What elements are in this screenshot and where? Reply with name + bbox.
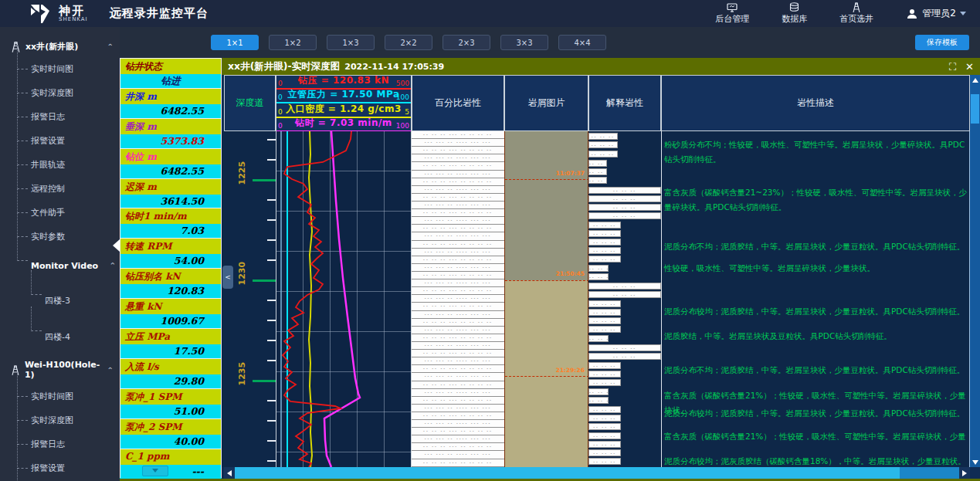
lithology-description-text: 性较硬，吸水性、可塑性中等。岩屑呈碎块状，少量块状。 [664,261,967,276]
interp-lithology-bar: -- -- -- [588,291,661,298]
lithology-description-text: 泥质胶结，中等。岩屑呈块状及豆粒状。具PDC钻头切削特征。 [664,329,967,344]
layout-button-2×3[interactable]: 2×3 [443,35,490,50]
legend-label: 入口密度 = 1.24 g/cm3 [276,103,411,116]
sidebar-item-实时时间图[interactable]: 实时时间图 [0,384,120,408]
lithology-description-track: 粉砂质分布不均；性较硬，吸水性、可塑性中等。岩屑呈块状，少量碎块状。具PDC钻头… [661,131,970,467]
sidebar-item-报警设置[interactable]: 报警设置 [0,129,120,153]
photo-divider-line [505,376,588,377]
layout-button-1×2[interactable]: 1×2 [269,35,317,50]
vertical-scrollbar[interactable] [970,75,980,467]
interp-lithology-bar: -- -- -- [588,344,661,351]
sidebar-item-实时参数[interactable]: 实时参数 [0,225,120,249]
horizontal-scroll-thumb[interactable] [235,467,900,479]
layout-button-1×1[interactable]: 1×1 [211,35,259,50]
param-panel-collapse-arrow[interactable] [113,239,120,252]
curve-入口密度 [309,131,312,467]
percent-lithology-row: -- -- -- --- -- -- -- -- [412,225,504,232]
vertical-scroll-thumb[interactable] [971,94,979,124]
sidebar-item-报警日志[interactable]: 报警日志 [0,105,120,129]
param-value: 40.00 [120,435,222,449]
parameter-panel: 钻井状态钻进井深 m6482.55垂深 m5373.83钻位 m6482.55迟… [120,58,222,479]
user-menu[interactable]: 管理员2 [906,7,966,20]
percent-lithology-row: -- -- -- --- -- -- -- -- [412,272,504,279]
interp-lithology-bar: -- -- -- [588,353,661,360]
percent-lithology-row: -- -- -- --- -- -- -- -- [412,334,504,342]
interp-lithology-bar: -- -- -- [588,256,621,263]
depth-minor-tick [267,259,276,261]
legend-label: 钻时 = 7.03 min/m [276,117,411,130]
percent-lithology-row: --- --- -- ---- --- --- [412,249,504,256]
sidebar-item-实时深度图[interactable]: 实时深度图 [0,408,120,432]
well-name: Wei-H100(Hole-1) [25,360,103,380]
interp-lithology-bar: -- -- -- [588,423,621,430]
percent-lithology-row: --- --- -- ---- --- --- [412,217,504,225]
percent-lithology-row: -- -- -- --- -- -- -- -- [412,428,504,435]
depth-label: 1225 [237,162,247,185]
sidebar-item-四楼-3[interactable]: 四楼-3 [0,283,120,319]
photo-divider-line [505,280,588,281]
photo-annotation: 11:07:37 [556,170,585,177]
interp-lithology-bar: -- -- -- [588,212,661,219]
interp-lithology-bar: -- -- -- [588,160,607,167]
sidebar-well-Wei-H100(Hole-1)[interactable]: Wei-H100(Hole-1)⌃ [0,355,120,384]
param-value: 6482.55 [120,164,222,178]
chevron-up-icon: ⌃ [107,366,114,374]
percent-lithology-row: --- --- -- ---- --- --- [412,389,504,397]
nav-backstage[interactable]: 后台管理 [715,3,749,25]
sidebar-item-实时时间图[interactable]: 实时时间图 [0,57,120,81]
sidebar-item-文件助手[interactable]: 文件助手 [0,201,120,225]
percent-lithology-row: -- -- -- --- -- -- -- -- [412,350,504,357]
nav-home-well-select[interactable]: 首页选井 [839,2,873,25]
sidebar-item-远程控制[interactable]: 远程控制 [0,177,120,201]
layout-button-2×2[interactable]: 2×2 [385,35,432,50]
sidebar-item-报警设置[interactable]: 报警设置 [0,456,120,480]
percent-lithology-row: --- --- -- ---- --- --- [412,327,504,334]
page-title: 远程录井监控平台 [110,6,209,21]
interp-lithology-bar: -- -- -- [588,133,618,140]
curves-track [276,131,412,467]
nav-database-label: 数据库 [782,13,807,25]
lithology-description-text: 泥质分布较均；泥灰质胶结（碳酸钙含量18%），中等。岩屑呈块状，少量豆粒状。具P… [664,454,967,467]
sidebar-item-实时深度图[interactable]: 实时深度图 [0,81,120,105]
sidebar-well-xx井(新井眼)[interactable]: xx井(新井眼)⌃ [0,36,120,57]
depth-minor-tick [267,159,276,161]
sidebar-group-monitor-video[interactable]: Monitor Video⌃ [0,249,120,283]
sidebar-item-井眼轨迹[interactable]: 井眼轨迹 [0,153,120,177]
save-template-button[interactable]: 保存模板 [915,35,969,50]
layout-button-3×3[interactable]: 3×3 [500,35,548,50]
interp-lithology-bar: -- -- -- [588,415,621,422]
percent-lithology-row: --- --- -- ---- --- --- [412,264,504,272]
interp-lithology-bar: -- -- -- [588,449,621,456]
sidebar-item-报警日志[interactable]: 报警日志 [0,432,120,456]
interp-lithology-bar: -- -- -- [588,388,609,395]
param-label: 迟深 m [120,178,222,195]
interp-lithology-bar: -- -- -- [588,273,609,280]
param-value: 7.03 [120,224,222,238]
sidebar-item-四楼-4[interactable]: 四楼-4 [0,319,120,355]
depth-minor-tick [267,440,276,442]
scroll-up-button[interactable] [970,75,980,85]
fullscreen-icon[interactable]: ⛶ [949,62,956,72]
close-icon[interactable]: ✕ [965,62,974,72]
percent-lithology-row: --- --- -- ---- --- --- [412,202,504,209]
interp-lithology-bar: -- -- -- [588,397,609,404]
param-value: 5373.83 [120,134,222,148]
layout-button-1×3[interactable]: 1×3 [327,35,375,50]
horizontal-scrollbar[interactable] [224,467,970,479]
scroll-left-button[interactable] [224,467,235,479]
param-dropdown-button[interactable] [142,466,168,476]
nav-database[interactable]: 数据库 [782,2,807,25]
scroll-right-button[interactable] [959,467,970,479]
percent-lithology-row: -- -- -- --- -- -- -- -- [412,162,504,170]
layout-button-4×4[interactable]: 4×4 [558,35,606,50]
depth-minor-tick [267,460,276,462]
param-value: 51.00 [120,405,222,418]
chart-datetime: 2022-11-14 17:05:39 [344,62,444,72]
cuttings-photo [505,131,588,280]
chart-collapse-handle[interactable]: < [222,266,233,289]
interp-lithology-bar: -- -- -- [588,187,661,194]
percent-lithology-row: --- --- -- ---- --- --- [412,373,504,381]
chevron-down-icon [152,469,158,473]
curves-plot [276,131,412,467]
scroll-down-button[interactable] [970,457,980,467]
